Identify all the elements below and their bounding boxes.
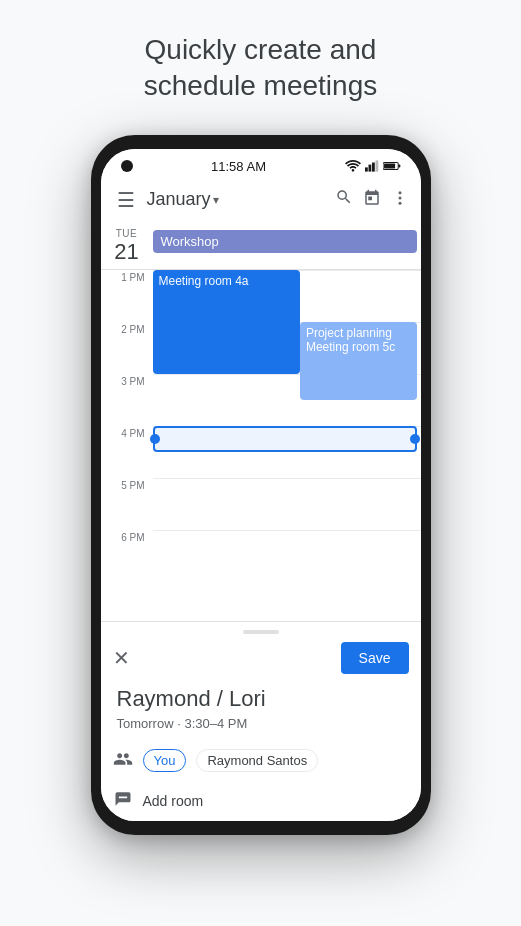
status-icons — [345, 160, 401, 172]
room-icon — [113, 789, 133, 813]
battery-icon — [383, 161, 401, 171]
svg-point-7 — [398, 191, 401, 194]
all-day-event-workshop[interactable]: Workshop — [153, 230, 417, 253]
wifi-icon — [345, 160, 361, 172]
new-event-selection[interactable] — [153, 426, 417, 452]
front-camera — [121, 160, 133, 172]
more-vert-icon[interactable] — [391, 189, 409, 211]
svg-point-9 — [398, 202, 401, 205]
event-meeting-room[interactable]: Meeting room 4a — [153, 270, 300, 374]
event-title: Meeting room 4a — [159, 274, 294, 288]
calendar-view-icon[interactable] — [363, 189, 381, 211]
page-title: Quickly create and schedule meetings — [104, 0, 417, 125]
time-label: 1 PM — [101, 270, 153, 322]
svg-rect-1 — [368, 165, 371, 172]
add-room-text: Add room — [143, 793, 204, 809]
event-title: Project planning — [306, 326, 411, 340]
attendee-chip-raymond[interactable]: Raymond Santos — [196, 749, 318, 772]
event-title-display: Raymond / Lori — [101, 682, 421, 714]
svg-rect-3 — [375, 161, 378, 172]
time-grid: 1 PM 2 PM 3 PM 4 PM 5 PM — [101, 270, 421, 582]
time-label: 6 PM — [101, 530, 153, 582]
save-button[interactable]: Save — [341, 642, 409, 674]
selection-handle-right[interactable] — [410, 434, 420, 444]
attendee-chip-you[interactable]: You — [143, 749, 187, 772]
time-label: 2 PM — [101, 322, 153, 374]
drag-bar — [243, 630, 279, 634]
phone-mockup: 11:58 AM — [91, 135, 431, 835]
time-label: 5 PM — [101, 478, 153, 530]
time-label: 4 PM — [101, 426, 153, 478]
all-day-area: Workshop — [153, 226, 421, 257]
month-selector[interactable]: January ▾ — [147, 189, 327, 210]
day-header: TUE 21 Workshop — [101, 222, 421, 270]
svg-rect-5 — [398, 165, 400, 168]
chevron-down-icon: ▾ — [213, 193, 219, 207]
svg-point-8 — [398, 196, 401, 199]
attendees-icon — [113, 749, 133, 773]
bottom-panel: ✕ Save Raymond / Lori Tomorrow · 3:30–4 … — [101, 621, 421, 821]
signal-icon — [365, 160, 379, 172]
event-project-planning[interactable]: Project planning Meeting room 5c — [300, 322, 417, 400]
status-time: 11:58 AM — [211, 159, 266, 174]
svg-rect-0 — [365, 168, 368, 172]
bottom-header: ✕ Save — [101, 638, 421, 682]
day-number: 21 — [114, 239, 138, 265]
selection-handle-left[interactable] — [150, 434, 160, 444]
drag-handle — [101, 622, 421, 638]
event-time-display: Tomorrow · 3:30–4 PM — [101, 714, 421, 741]
time-label: 3 PM — [101, 374, 153, 426]
day-label: TUE 21 — [101, 226, 153, 265]
app-header: ☰ January ▾ — [101, 178, 421, 222]
search-icon[interactable] — [335, 188, 353, 211]
event-layer: Meeting room 4a Project planning Meeting… — [153, 270, 421, 582]
event-subtitle: Meeting room 5c — [306, 340, 411, 354]
hamburger-icon[interactable]: ☰ — [113, 184, 139, 216]
month-label: January — [147, 189, 211, 210]
status-bar: 11:58 AM — [101, 149, 421, 178]
day-name: TUE — [116, 228, 138, 239]
calendar-area: TUE 21 Workshop 1 PM 2 PM — [101, 222, 421, 621]
svg-rect-2 — [372, 163, 375, 172]
svg-rect-6 — [384, 164, 395, 169]
header-icons — [335, 188, 409, 211]
attendees-row: You Raymond Santos — [101, 741, 421, 781]
add-room-row[interactable]: Add room — [101, 781, 421, 821]
phone-screen: 11:58 AM — [101, 149, 421, 821]
close-icon[interactable]: ✕ — [113, 646, 130, 670]
